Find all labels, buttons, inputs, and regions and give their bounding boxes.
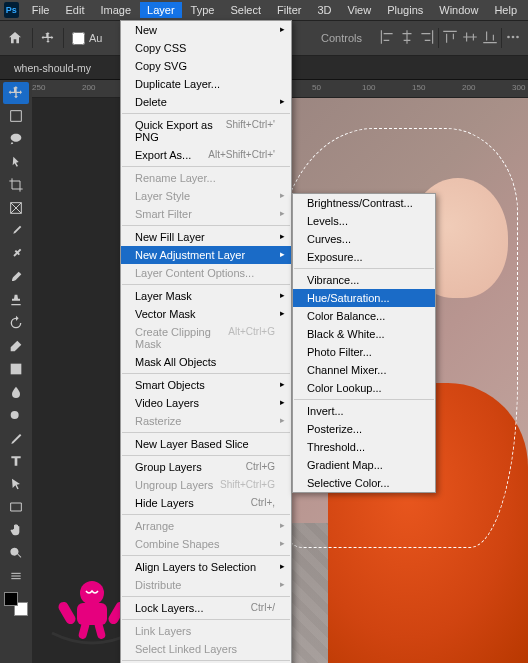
frame-tool[interactable] — [3, 197, 29, 219]
adjustment-submenu-item-10[interactable]: Channel Mixer... — [293, 361, 435, 379]
align-buttons — [378, 28, 522, 48]
svg-point-3 — [80, 581, 104, 605]
home-icon[interactable] — [6, 30, 24, 46]
more-align-icon[interactable] — [504, 28, 522, 46]
crop-tool[interactable] — [3, 174, 29, 196]
layer-menu-item-1[interactable]: Copy CSS — [121, 39, 291, 57]
layer-menu-item-20[interactable]: Mask All Objects — [121, 353, 291, 371]
layer-menu-item-13[interactable]: New Fill Layer — [121, 228, 291, 246]
layer-menu-item-7[interactable]: Export As...Alt+Shift+Ctrl+' — [121, 146, 291, 164]
layer-menu-item-22[interactable]: Smart Objects — [121, 376, 291, 394]
hand-tool[interactable] — [3, 519, 29, 541]
layer-menu-item-3[interactable]: Duplicate Layer... — [121, 75, 291, 93]
layer-menu-item-32: Arrange — [121, 517, 291, 535]
adjustment-submenu-item-8[interactable]: Black & White... — [293, 325, 435, 343]
layer-menu-item-24: Rasterize — [121, 412, 291, 430]
move-tool-icon[interactable] — [41, 31, 55, 45]
layer-menu-item-30[interactable]: Hide LayersCtrl+, — [121, 494, 291, 512]
type-tool[interactable] — [3, 450, 29, 472]
adjustment-submenu-item-6[interactable]: Hue/Saturation... — [293, 289, 435, 307]
quick-select-tool[interactable] — [3, 151, 29, 173]
menu-file[interactable]: File — [25, 2, 57, 18]
layer-menu-item-19: Create Clipping MaskAlt+Ctrl+G — [121, 323, 291, 353]
menu-view[interactable]: View — [341, 2, 379, 18]
layer-menu-item-17[interactable]: Layer Mask — [121, 287, 291, 305]
menu-help[interactable]: Help — [487, 2, 524, 18]
blur-tool[interactable] — [3, 381, 29, 403]
menu-image[interactable]: Image — [93, 2, 138, 18]
adjustment-submenu-item-5[interactable]: Vibrance... — [293, 271, 435, 289]
adjustment-submenu-item-2[interactable]: Curves... — [293, 230, 435, 248]
app-icon: Ps — [4, 2, 19, 18]
menu-select[interactable]: Select — [223, 2, 268, 18]
layer-menu-item-18[interactable]: Vector Mask — [121, 305, 291, 323]
adjustment-submenu-item-15[interactable]: Threshold... — [293, 438, 435, 456]
eraser-tool[interactable] — [3, 335, 29, 357]
brush-tool[interactable] — [3, 266, 29, 288]
align-center-v-icon[interactable] — [461, 28, 479, 46]
adjustment-submenu-item-14[interactable]: Posterize... — [293, 420, 435, 438]
menu-3d[interactable]: 3D — [310, 2, 338, 18]
show-transform-controls-label: Controls — [321, 32, 362, 44]
layer-menu-item-38[interactable]: Lock Layers...Ctrl+/ — [121, 599, 291, 617]
menu-edit[interactable]: Edit — [58, 2, 91, 18]
layer-menu-item-36: Distribute — [121, 576, 291, 594]
layer-menu-item-35[interactable]: Align Layers to Selection — [121, 558, 291, 576]
align-center-h-icon[interactable] — [398, 28, 416, 46]
svg-point-2 — [516, 36, 519, 39]
menu-filter[interactable]: Filter — [270, 2, 308, 18]
tools-panel — [0, 80, 32, 663]
menu-window[interactable]: Window — [432, 2, 485, 18]
layer-menu-item-23[interactable]: Video Layers — [121, 394, 291, 412]
layer-menu-item-41: Select Linked Layers — [121, 640, 291, 658]
eyedropper-tool[interactable] — [3, 220, 29, 242]
layer-menu-dropdown: NewCopy CSSCopy SVGDuplicate Layer...Del… — [120, 20, 292, 663]
lasso-tool[interactable] — [3, 128, 29, 150]
new-adjustment-layer-submenu: Brightness/Contrast...Levels...Curves...… — [292, 193, 436, 493]
rectangle-tool[interactable] — [3, 496, 29, 518]
layer-menu-item-10: Layer Style — [121, 187, 291, 205]
zoom-tool[interactable] — [3, 542, 29, 564]
color-swatches[interactable] — [4, 592, 28, 616]
move-tool[interactable] — [3, 82, 29, 104]
layer-menu-item-6[interactable]: Quick Export as PNGShift+Ctrl+' — [121, 116, 291, 146]
align-bottom-icon[interactable] — [481, 28, 499, 46]
align-top-icon[interactable] — [441, 28, 459, 46]
menu-layer[interactable]: Layer — [140, 2, 182, 18]
svg-rect-4 — [77, 603, 107, 625]
edit-toolbar-tool[interactable] — [3, 565, 29, 587]
align-left-icon[interactable] — [378, 28, 396, 46]
auto-select-checkbox[interactable]: Au — [72, 32, 102, 45]
layer-menu-item-2[interactable]: Copy SVG — [121, 57, 291, 75]
layer-menu-item-29: Ungroup LayersShift+Ctrl+G — [121, 476, 291, 494]
adjustment-submenu-item-3[interactable]: Exposure... — [293, 248, 435, 266]
adjustment-submenu-item-7[interactable]: Color Balance... — [293, 307, 435, 325]
layer-menu-item-0[interactable]: New — [121, 21, 291, 39]
adjustment-submenu-item-16[interactable]: Gradient Map... — [293, 456, 435, 474]
adjustment-submenu-item-11[interactable]: Color Lookup... — [293, 379, 435, 397]
document-tab[interactable]: when-should-my — [6, 58, 99, 78]
layer-menu-item-14[interactable]: New Adjustment Layer — [121, 246, 291, 264]
gradient-tool[interactable] — [3, 358, 29, 380]
layer-menu-item-4[interactable]: Delete — [121, 93, 291, 111]
dodge-tool[interactable] — [3, 404, 29, 426]
layer-menu-item-28[interactable]: Group LayersCtrl+G — [121, 458, 291, 476]
marquee-tool[interactable] — [3, 105, 29, 127]
stamp-tool[interactable] — [3, 289, 29, 311]
adjustment-submenu-item-1[interactable]: Levels... — [293, 212, 435, 230]
pen-tool[interactable] — [3, 427, 29, 449]
layer-menu-item-26[interactable]: New Layer Based Slice — [121, 435, 291, 453]
adjustment-submenu-item-13[interactable]: Invert... — [293, 402, 435, 420]
menu-plugins[interactable]: Plugins — [380, 2, 430, 18]
adjustment-submenu-item-9[interactable]: Photo Filter... — [293, 343, 435, 361]
menubar: Ps FileEditImageLayerTypeSelectFilter3DV… — [0, 0, 528, 20]
menu-type[interactable]: Type — [184, 2, 222, 18]
layer-menu-item-11: Smart Filter — [121, 205, 291, 223]
adjustment-submenu-item-17[interactable]: Selective Color... — [293, 474, 435, 492]
layer-menu-item-40: Link Layers — [121, 622, 291, 640]
history-brush-tool[interactable] — [3, 312, 29, 334]
path-select-tool[interactable] — [3, 473, 29, 495]
healing-tool[interactable] — [3, 243, 29, 265]
align-right-icon[interactable] — [418, 28, 436, 46]
adjustment-submenu-item-0[interactable]: Brightness/Contrast... — [293, 194, 435, 212]
